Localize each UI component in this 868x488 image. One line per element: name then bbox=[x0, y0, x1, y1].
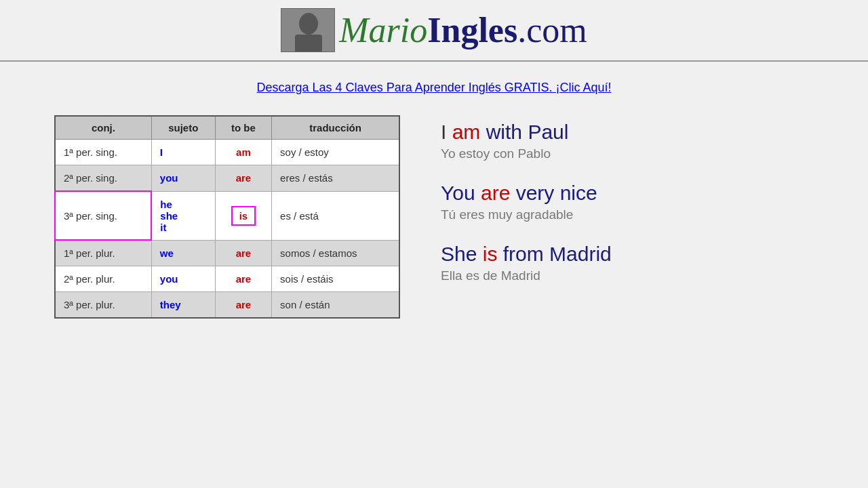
examples-section: I am with Paul Yo estoy con Pablo You ar… bbox=[441, 115, 612, 304]
ex2-word-are: are bbox=[481, 182, 510, 204]
ex1-word-i: I bbox=[441, 121, 452, 143]
ex3-word-is: is bbox=[483, 243, 498, 265]
tobe-2sing: are bbox=[215, 165, 271, 192]
site-title: MarioIngles.com bbox=[339, 10, 587, 50]
title-dotcom: .com bbox=[517, 10, 587, 50]
subject-1sing: I bbox=[151, 140, 215, 165]
ex1-word-am: am bbox=[452, 121, 481, 143]
header-conj: conj. bbox=[55, 116, 151, 140]
nav-link-bar: Descarga Las 4 Claves Para Aprender Ingl… bbox=[0, 62, 868, 108]
tobe-1sing: am bbox=[215, 140, 271, 165]
tobe-3plur: are bbox=[215, 292, 271, 319]
subject-1plur: we bbox=[151, 240, 215, 266]
title-mario: Mario bbox=[339, 10, 427, 50]
table-row: 1ª per. plur. we are somos / estamos bbox=[55, 240, 399, 266]
example-1-translation: Yo estoy con Pablo bbox=[441, 146, 612, 161]
header-traduccion: traducción bbox=[272, 116, 399, 140]
header-sujeto: sujeto bbox=[151, 116, 215, 140]
main-content: conj. sujeto to be traducción 1ª per. si… bbox=[0, 108, 868, 325]
example-1: I am with Paul Yo estoy con Pablo bbox=[441, 121, 612, 161]
trans-3plur: son / están bbox=[272, 292, 399, 319]
site-logo bbox=[281, 8, 335, 52]
conj-1plur: 1ª per. plur. bbox=[55, 240, 151, 266]
example-3-sentence: She is from Madrid bbox=[441, 243, 612, 266]
conj-1sing: 1ª per. sing. bbox=[55, 140, 151, 165]
subject-3sing: hesheit bbox=[151, 191, 215, 240]
trans-1sing: soy / estoy bbox=[272, 140, 399, 165]
site-header: MarioIngles.com bbox=[0, 0, 868, 62]
conj-2plur: 2ª per. plur. bbox=[55, 266, 151, 292]
trans-2sing: eres / estás bbox=[272, 165, 399, 192]
ex2-rest: very nice bbox=[510, 182, 597, 204]
trans-3sing: es / está bbox=[272, 191, 399, 240]
tobe-3sing: is bbox=[215, 191, 271, 240]
subject-3plur: they bbox=[151, 292, 215, 319]
table-row-highlighted: 3ª per. sing. hesheit is es / está bbox=[55, 191, 399, 240]
table-row: 2ª per. sing. you are eres / estás bbox=[55, 165, 399, 192]
example-1-sentence: I am with Paul bbox=[441, 121, 612, 144]
example-2-sentence: You are very nice bbox=[441, 182, 612, 205]
ex3-word-she: She bbox=[441, 243, 483, 265]
ex2-word-you: You bbox=[441, 182, 481, 204]
trans-2plur: sois / estáis bbox=[272, 266, 399, 292]
table-row: 3ª per. plur. they are son / están bbox=[55, 292, 399, 319]
conjugation-table: conj. sujeto to be traducción 1ª per. si… bbox=[54, 115, 400, 319]
table-row: 1ª per. sing. I am soy / estoy bbox=[55, 140, 399, 165]
tobe-1plur: are bbox=[215, 240, 271, 266]
svg-point-1 bbox=[299, 13, 318, 35]
header-tobe: to be bbox=[215, 116, 271, 140]
subject-2sing: you bbox=[151, 165, 215, 192]
trans-1plur: somos / estamos bbox=[272, 240, 399, 266]
example-3-translation: Ella es de Madrid bbox=[441, 268, 612, 283]
ex3-rest: from Madrid bbox=[497, 243, 611, 265]
subject-2plur: you bbox=[151, 266, 215, 292]
table-row: 2ª per. plur. you are sois / estáis bbox=[55, 266, 399, 292]
example-2: You are very nice Tú eres muy agradable bbox=[441, 182, 612, 222]
promo-link[interactable]: Descarga Las 4 Claves Para Aprender Ingl… bbox=[257, 81, 612, 94]
conj-3plur: 3ª per. plur. bbox=[55, 292, 151, 319]
example-2-translation: Tú eres muy agradable bbox=[441, 207, 612, 222]
title-ingles: Ingles bbox=[427, 10, 517, 50]
example-3: She is from Madrid Ella es de Madrid bbox=[441, 243, 612, 283]
svg-rect-2 bbox=[295, 35, 322, 52]
ex1-rest: with Paul bbox=[480, 121, 568, 143]
conj-2sing: 2ª per. sing. bbox=[55, 165, 151, 192]
conj-3sing: 3ª per. sing. bbox=[55, 191, 151, 240]
tobe-2plur: are bbox=[215, 266, 271, 292]
